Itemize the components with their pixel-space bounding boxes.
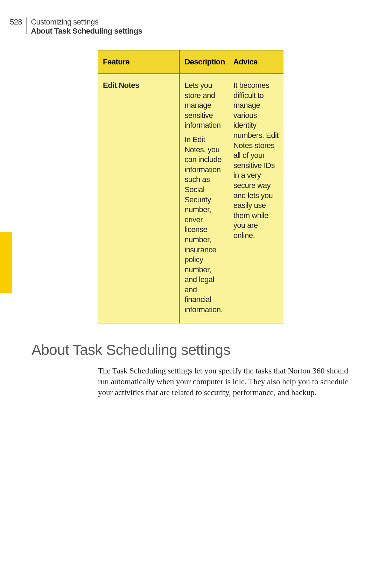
- header-section-title: About Task Scheduling settings: [31, 27, 142, 36]
- header-text-block: Customizing settings About Task Scheduli…: [31, 18, 142, 36]
- cell-feature: Edit Notes: [98, 74, 179, 323]
- feature-table: Feature Description Advice Edit Notes Le…: [98, 50, 284, 323]
- header-divider: [26, 18, 27, 34]
- page-header: 528 Customizing settings About Task Sche…: [0, 0, 378, 36]
- header-chapter: Customizing settings: [31, 18, 142, 27]
- description-para-2: In Edit Notes, you can include informati…: [184, 135, 225, 315]
- section-title: About Task Scheduling settings: [31, 342, 378, 358]
- cell-description: Lets you store and manage sensitive info…: [179, 74, 229, 323]
- body-paragraph: The Task Scheduling settings let you spe…: [98, 365, 357, 398]
- table-row: Edit Notes Lets you store and manage sen…: [98, 74, 284, 323]
- page-number: 528: [10, 18, 22, 27]
- header-feature: Feature: [98, 50, 179, 74]
- yellow-side-tab: [0, 232, 12, 293]
- header-description: Description: [179, 50, 229, 74]
- cell-advice: It becomes difficult to manage various i…: [229, 74, 284, 323]
- table-header-row: Feature Description Advice: [98, 50, 284, 74]
- description-para-1: Lets you store and manage sensitive info…: [184, 80, 225, 131]
- header-advice: Advice: [229, 50, 284, 74]
